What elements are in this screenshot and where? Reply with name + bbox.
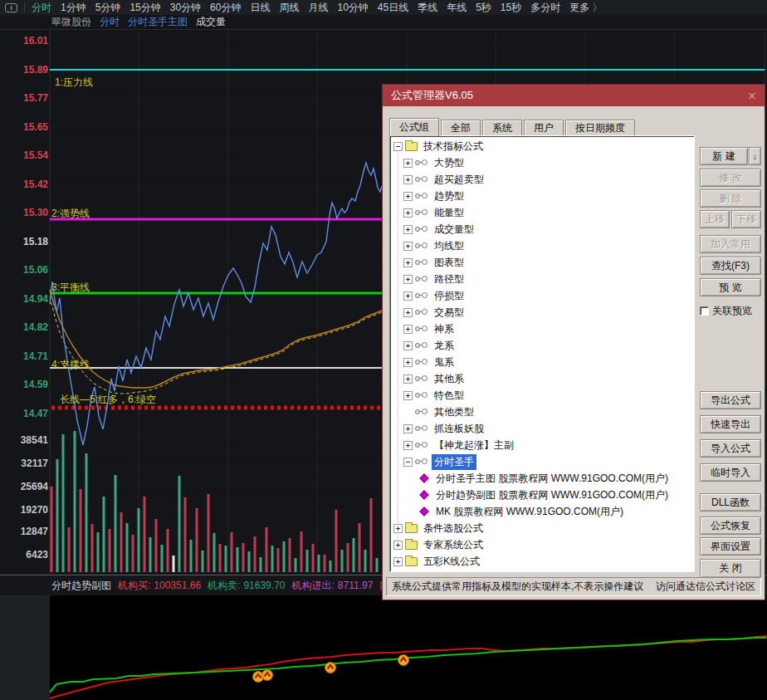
export-formula-button[interactable]: 导出公式 bbox=[700, 391, 761, 409]
menu-item-more[interactable]: 更多 〉 bbox=[569, 1, 602, 15]
tree-item-7[interactable]: 图表型 bbox=[390, 254, 694, 271]
expand-icon[interactable] bbox=[403, 374, 413, 384]
formula-tree[interactable]: 技术指标公式 大势型 超买超卖型 趋势型 能量型 bbox=[389, 135, 695, 572]
expand-icon[interactable] bbox=[403, 208, 413, 218]
menu-item-fenshi[interactable]: 分时 bbox=[32, 1, 51, 15]
tree-item-4[interactable]: 能量型 bbox=[390, 204, 694, 221]
tree-item-3[interactable]: 趋势型 bbox=[390, 188, 694, 204]
expand-icon[interactable] bbox=[403, 441, 413, 450]
tree-item-25[interactable]: 五彩K线公式 bbox=[390, 553, 694, 570]
new-button[interactable]: 新 建 bbox=[700, 147, 748, 165]
close-button[interactable]: 关 闭 bbox=[700, 559, 761, 578]
close-icon[interactable]: × bbox=[748, 89, 756, 103]
add-to-common-button[interactable]: 加入常用 bbox=[700, 235, 761, 253]
expand-icon[interactable] bbox=[403, 175, 413, 184]
menu-item-45day[interactable]: 45日线 bbox=[378, 1, 408, 15]
bottom-chart-canvas[interactable] bbox=[0, 595, 767, 700]
tree-item-21[interactable]: 分时趋势副图 股票教程网 WWW.91GOO.COM(用户) bbox=[390, 487, 694, 503]
formula-restore-button[interactable]: 公式恢复 bbox=[700, 516, 761, 535]
expand-icon[interactable] bbox=[403, 242, 413, 251]
stock-name[interactable]: 翠微股份 bbox=[51, 15, 91, 29]
preview-button[interactable]: 预 览 bbox=[700, 278, 761, 296]
tab-system[interactable]: 系统 bbox=[482, 120, 522, 136]
tree-item-11[interactable]: 神系 bbox=[390, 321, 694, 337]
menu-item-10min[interactable]: 10分钟 bbox=[337, 1, 368, 15]
menu-item-monthly[interactable]: 月线 bbox=[308, 1, 328, 15]
tree-item-14[interactable]: 其他系 bbox=[390, 370, 694, 387]
tree-item-23[interactable]: 条件选股公式 bbox=[390, 520, 694, 536]
sub-indicator-name[interactable]: 分时趋势副图 bbox=[51, 579, 111, 593]
volume-indicator-label[interactable]: 成交量 bbox=[196, 15, 226, 29]
menu-item-30min[interactable]: 30分钟 bbox=[170, 1, 201, 15]
find-button[interactable]: 查找(F3) bbox=[700, 257, 761, 275]
tree-item-16[interactable]: 其他类型 bbox=[390, 404, 694, 420]
expand-icon[interactable] bbox=[403, 159, 413, 168]
tree-item-0[interactable]: 技术指标公式 bbox=[390, 138, 694, 154]
quick-export-button[interactable]: 快速导出 bbox=[700, 415, 761, 433]
menu-item-60min[interactable]: 60分钟 bbox=[210, 1, 241, 15]
tree-item-15[interactable]: 特色型 bbox=[390, 387, 694, 404]
tree-item-17[interactable]: 抓连板妖股 bbox=[390, 420, 694, 437]
tree-item-5[interactable]: 成交量型 bbox=[390, 221, 694, 237]
expand-icon[interactable] bbox=[403, 341, 413, 350]
menu-item-quarterly[interactable]: 季线 bbox=[418, 1, 437, 15]
main-indicator-label[interactable]: 分时圣手主图 bbox=[128, 15, 188, 29]
tab-formula-groups[interactable]: 公式组 bbox=[389, 118, 439, 136]
forum-link[interactable]: 访问通达信公式讨论区 bbox=[656, 580, 755, 594]
menu-item-weekly[interactable]: 周线 bbox=[279, 1, 299, 15]
expand-icon[interactable] bbox=[403, 225, 413, 234]
expand-icon[interactable] bbox=[403, 391, 413, 400]
ui-settings-button[interactable]: 界面设置 bbox=[700, 537, 761, 556]
expand-icon[interactable] bbox=[393, 541, 403, 550]
modify-button[interactable]: 修 改 bbox=[700, 169, 761, 187]
move-down-button[interactable]: 下移 bbox=[731, 210, 761, 228]
menu-item-5sec[interactable]: 5秒 bbox=[476, 1, 491, 15]
expand-icon[interactable] bbox=[403, 308, 413, 317]
collapse-icon[interactable] bbox=[403, 458, 413, 467]
tree-item-10[interactable]: 交易型 bbox=[390, 304, 694, 321]
tree-item-18[interactable]: 【神龙起涨】主副 bbox=[390, 437, 694, 453]
move-up-button[interactable]: 上移 bbox=[700, 210, 730, 228]
tree-item-12[interactable]: 龙系 bbox=[390, 337, 694, 354]
tree-item-13[interactable]: 鬼系 bbox=[390, 354, 694, 370]
tab-all[interactable]: 全部 bbox=[441, 120, 481, 136]
checkbox-icon[interactable] bbox=[700, 306, 709, 316]
tab-by-date[interactable]: 按日期频度 bbox=[565, 120, 635, 136]
bottom-indicator-panel[interactable] bbox=[0, 595, 767, 700]
tree-item-8[interactable]: 路径型 bbox=[390, 271, 694, 287]
expand-icon[interactable] bbox=[393, 557, 403, 566]
tree-item-9[interactable]: 停损型 bbox=[390, 287, 694, 304]
tree-item-24[interactable]: 专家系统公式 bbox=[390, 536, 694, 553]
tree-item-19-selected[interactable]: 分时圣手 bbox=[390, 453, 694, 470]
panel-toggle-icon[interactable]: I bbox=[5, 3, 17, 12]
expand-icon[interactable] bbox=[403, 258, 413, 267]
tree-item-20[interactable]: 分时圣手主图 股票教程网 WWW.91GOO.COM(用户) bbox=[390, 470, 694, 487]
menu-item-daily[interactable]: 日线 bbox=[250, 1, 270, 15]
linked-preview-option[interactable]: 关联预览 bbox=[700, 304, 752, 318]
expand-icon[interactable] bbox=[393, 524, 403, 533]
expand-icon[interactable] bbox=[403, 275, 413, 284]
expand-icon[interactable] bbox=[403, 325, 413, 334]
dll-functions-button[interactable]: DLL函数 bbox=[700, 493, 761, 512]
expand-icon[interactable] bbox=[403, 192, 413, 201]
collapse-icon[interactable] bbox=[393, 142, 403, 151]
dialog-titlebar[interactable]: 公式管理器V6.05 × bbox=[383, 85, 765, 106]
import-formula-button[interactable]: 导入公式 bbox=[700, 439, 761, 458]
period-label[interactable]: 分时 bbox=[100, 15, 120, 29]
menu-item-15sec[interactable]: 15秒 bbox=[501, 1, 521, 15]
tree-item-2[interactable]: 超买超卖型 bbox=[390, 171, 694, 188]
tree-item-6[interactable]: 均线型 bbox=[390, 237, 694, 254]
tree-item-1[interactable]: 大势型 bbox=[390, 154, 694, 171]
temp-import-button[interactable]: 临时导入 bbox=[700, 463, 761, 482]
menu-item-1min[interactable]: 1分钟 bbox=[61, 1, 86, 15]
expand-icon[interactable] bbox=[403, 291, 413, 301]
delete-button[interactable]: 删 除 bbox=[700, 189, 761, 208]
tab-user[interactable]: 用户 bbox=[524, 120, 564, 136]
new-dropdown-button[interactable]: ↓ bbox=[749, 147, 761, 165]
menu-item-multi-fenshi[interactable]: 多分时 bbox=[530, 1, 560, 15]
menu-item-5min[interactable]: 5分钟 bbox=[95, 1, 121, 15]
menu-item-yearly[interactable]: 年线 bbox=[447, 1, 467, 15]
expand-icon[interactable] bbox=[403, 358, 413, 367]
tree-item-22[interactable]: MK 股票教程网 WWW.91GOO.COM(用户) bbox=[390, 503, 694, 520]
expand-icon[interactable] bbox=[403, 424, 413, 433]
